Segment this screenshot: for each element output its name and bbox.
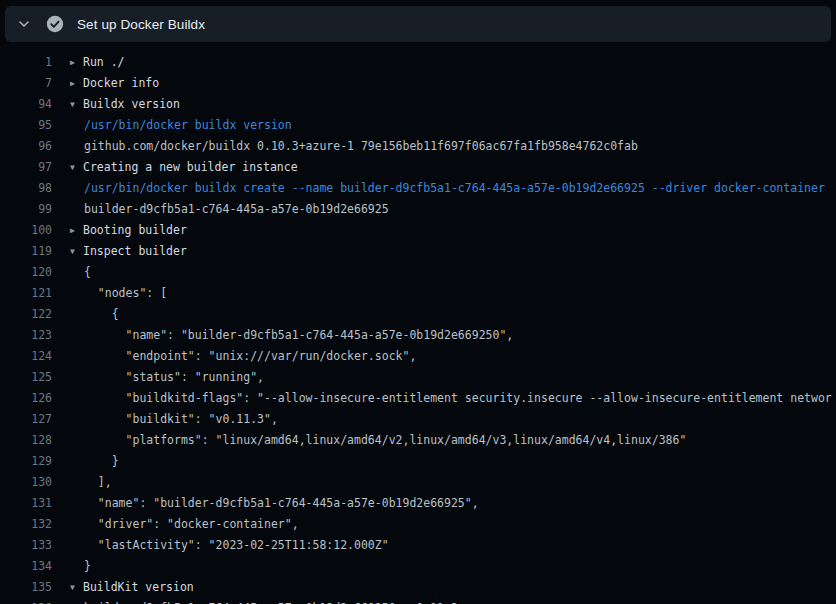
log-line-row: 122 { — [0, 304, 836, 325]
line-number[interactable]: 122 — [0, 304, 52, 325]
output-text: "name": "builder-d9cfb5a1-c764-445a-a57e… — [68, 325, 513, 346]
line-number[interactable]: 100 — [0, 220, 52, 241]
triangle-down-icon: ▼ — [68, 94, 77, 115]
log-line-row: 131 "name": "builder-d9cfb5a1-c764-445a-… — [0, 493, 836, 514]
log-line-row: 124 "endpoint": "unix:///var/run/docker.… — [0, 346, 836, 367]
triangle-down-icon: ▼ — [68, 241, 77, 262]
log-group-row[interactable]: 97▼Creating a new builder instance — [0, 157, 836, 178]
line-number[interactable]: 136 — [0, 598, 52, 604]
line-number[interactable]: 94 — [0, 94, 52, 115]
log-line-row: 133 "lastActivity": "2023-02-25T11:58:12… — [0, 535, 836, 556]
output-text: "platforms": "linux/amd64,linux/amd64/v2… — [68, 430, 686, 451]
log-group-row[interactable]: 1▶Run ./ — [0, 52, 836, 73]
line-number[interactable]: 96 — [0, 136, 52, 157]
output-text: "nodes": [ — [68, 283, 167, 304]
line-number[interactable]: 130 — [0, 472, 52, 493]
line-number[interactable]: 127 — [0, 409, 52, 430]
log-line-row: 95/usr/bin/docker buildx version — [0, 115, 836, 136]
line-number[interactable]: 119 — [0, 241, 52, 262]
step-header[interactable]: Set up Docker Buildx — [5, 6, 831, 42]
line-number[interactable]: 123 — [0, 325, 52, 346]
log-line-row: 125 "status": "running", — [0, 367, 836, 388]
log-line-row: 96github.com/docker/buildx 0.10.3+azure-… — [0, 136, 836, 157]
command-text: /usr/bin/docker buildx create --name bui… — [68, 178, 825, 199]
group-title: BuildKit version — [83, 577, 194, 598]
line-number[interactable]: 134 — [0, 556, 52, 577]
log-group-row[interactable]: 135▼BuildKit version — [0, 577, 836, 598]
output-text: } — [68, 451, 119, 472]
line-number[interactable]: 1 — [0, 52, 52, 73]
triangle-right-icon: ▶ — [68, 73, 77, 94]
log-line-row: 130 ], — [0, 472, 836, 493]
log-line-row: 127 "buildkit": "v0.11.3", — [0, 409, 836, 430]
line-number[interactable]: 133 — [0, 535, 52, 556]
log-line-row: 121 "nodes": [ — [0, 283, 836, 304]
output-text: ], — [68, 472, 112, 493]
line-number[interactable]: 95 — [0, 115, 52, 136]
log-group-row[interactable]: 119▼Inspect builder — [0, 241, 836, 262]
log-line-row: 123 "name": "builder-d9cfb5a1-c764-445a-… — [0, 325, 836, 346]
log-line-row: 98/usr/bin/docker buildx create --name b… — [0, 178, 836, 199]
line-number[interactable]: 121 — [0, 283, 52, 304]
output-text: "name": "builder-d9cfb5a1-c764-445a-a57e… — [68, 493, 479, 514]
group-title: Inspect builder — [83, 241, 187, 262]
group-title: Buildx version — [83, 94, 180, 115]
log-viewer: 1▶Run ./7▶Docker info94▼Buildx version95… — [0, 42, 836, 604]
check-circle-icon — [46, 15, 64, 33]
log-group-row[interactable]: 7▶Docker info — [0, 73, 836, 94]
triangle-down-icon: ▼ — [68, 577, 77, 598]
group-title: Booting builder — [83, 220, 187, 241]
output-text: github.com/docker/buildx 0.10.3+azure-1 … — [68, 136, 638, 157]
line-number[interactable]: 98 — [0, 178, 52, 199]
chevron-down-icon[interactable] — [17, 17, 31, 31]
output-text: "buildkit": "v0.11.3", — [68, 409, 278, 430]
log-line-row: 129 } — [0, 451, 836, 472]
log-group-row[interactable]: 94▼Buildx version — [0, 94, 836, 115]
log-line-row: 132 "driver": "docker-container", — [0, 514, 836, 535]
log-line-row: 120{ — [0, 262, 836, 283]
line-number[interactable]: 128 — [0, 430, 52, 451]
step-title: Set up Docker Buildx — [77, 17, 205, 32]
output-text: builder-d9cfb5a1-c764-445a-a57e-0b19d2e6… — [68, 199, 389, 220]
log-line-row: 99builder-d9cfb5a1-c764-445a-a57e-0b19d2… — [0, 199, 836, 220]
line-number[interactable]: 132 — [0, 514, 52, 535]
line-number[interactable]: 97 — [0, 157, 52, 178]
line-number[interactable]: 7 — [0, 73, 52, 94]
group-title: Run ./ — [83, 52, 125, 73]
line-number[interactable]: 125 — [0, 367, 52, 388]
output-text: "driver": "docker-container", — [68, 514, 299, 535]
triangle-right-icon: ▶ — [68, 52, 77, 73]
output-text: { — [68, 304, 119, 325]
log-line-row: 134} — [0, 556, 836, 577]
log-line-row: 128 "platforms": "linux/amd64,linux/amd6… — [0, 430, 836, 451]
group-title: Creating a new builder instance — [83, 157, 298, 178]
log-line-row: 136builder-d9cfb5a1-c764-445a-a57e-0b19d… — [0, 598, 836, 604]
output-text: "endpoint": "unix:///var/run/docker.sock… — [68, 346, 416, 367]
line-number[interactable]: 99 — [0, 199, 52, 220]
output-text: "lastActivity": "2023-02-25T11:58:12.000… — [68, 535, 389, 556]
line-number[interactable]: 126 — [0, 388, 52, 409]
line-number[interactable]: 135 — [0, 577, 52, 598]
output-text: "buildkitd-flags": "--allow-insecure-ent… — [68, 388, 832, 409]
command-text: /usr/bin/docker buildx version — [68, 115, 292, 136]
line-number[interactable]: 120 — [0, 262, 52, 283]
output-text: } — [68, 556, 91, 577]
output-text: builder-d9cfb5a1-c764-445a-a57e-0b19d2e6… — [68, 598, 458, 604]
triangle-down-icon: ▼ — [68, 157, 77, 178]
log-group-row[interactable]: 100▶Booting builder — [0, 220, 836, 241]
group-title: Docker info — [83, 73, 159, 94]
output-text: { — [68, 262, 91, 283]
line-number[interactable]: 131 — [0, 493, 52, 514]
triangle-right-icon: ▶ — [68, 220, 77, 241]
line-number[interactable]: 124 — [0, 346, 52, 367]
line-number[interactable]: 129 — [0, 451, 52, 472]
log-line-row: 126 "buildkitd-flags": "--allow-insecure… — [0, 388, 836, 409]
output-text: "status": "running", — [68, 367, 264, 388]
